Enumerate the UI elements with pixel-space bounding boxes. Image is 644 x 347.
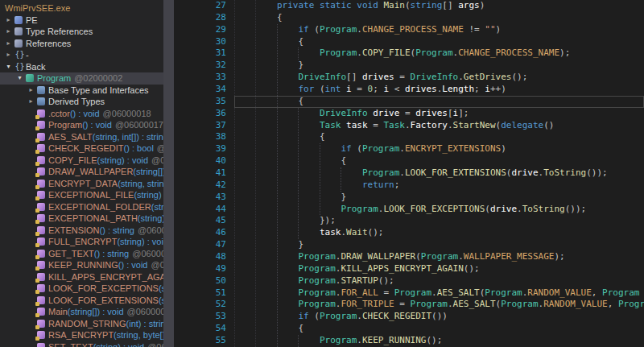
code-line-42[interactable]: 42 return; — [174, 180, 644, 192]
line-number[interactable]: 29 — [174, 24, 234, 36]
code-line-45[interactable]: 45 }); — [174, 215, 644, 227]
line-number[interactable]: 54 — [174, 323, 234, 335]
code-line-29[interactable]: 29 if (Program.CHANGE_PROCESS_NAME != ""… — [174, 24, 644, 36]
tree-item-method-cctor[interactable]: .cctor() : void@06000018 — [0, 108, 163, 120]
tree-item-method-exceptional-path[interactable]: EXCEPTIONAL_PATH(string) : bool@ — [0, 213, 163, 225]
tree-item-derived-types[interactable]: ▸Derived Types — [0, 96, 163, 108]
code-line-38[interactable]: 38 { — [174, 131, 644, 143]
code-line-33[interactable]: 33 DriveInfo[] drives = DriveInfo.GetDri… — [174, 72, 644, 84]
tree-item-method-draw-wallpaper[interactable]: DRAW_WALLPAPER(string[]) : void@06 — [0, 166, 163, 178]
tree-item-references[interactable]: ▸References — [0, 38, 163, 50]
line-number[interactable]: 28 — [174, 12, 234, 24]
tree-item-namespace-back[interactable]: ▾{}Back — [0, 61, 163, 73]
line-number[interactable]: 38 — [174, 131, 234, 143]
code-text: { — [234, 323, 303, 335]
code-line-50[interactable]: 50 Program.STARTUP(); — [174, 275, 644, 287]
line-number[interactable]: 42 — [174, 180, 234, 192]
code-line-49[interactable]: 49 Program.KILL_APPS_ENCRYPT_AGAIN(); — [174, 263, 644, 275]
code-line-39[interactable]: 39 if (Program.ENCRYPT_EXTENSIONS) — [174, 143, 644, 155]
line-number[interactable]: 33 — [174, 72, 234, 84]
line-number[interactable]: 31 — [174, 48, 234, 60]
line-number[interactable]: 41 — [174, 167, 234, 180]
line-number[interactable]: 36 — [174, 108, 234, 120]
code-line-27[interactable]: 27 private static void Main(string[] arg… — [174, 0, 644, 12]
tree-item-class-program[interactable]: ▾Program@02000002 — [0, 72, 163, 85]
code-line-30[interactable]: 30 { — [174, 36, 644, 48]
line-number[interactable]: 52 — [174, 299, 234, 311]
code-line-47[interactable]: 47 } — [174, 239, 644, 251]
tree-item-method-rsa-encrypt[interactable]: RSA_ENCRYPT(string, byte[]) : byte[] — [0, 329, 163, 341]
tree-item-method-random-string[interactable]: RANDOM_STRING(int) : string@060 — [0, 318, 163, 330]
expander-icon[interactable]: ▸ — [26, 96, 36, 108]
code-line-44[interactable]: 44 Program.LOOK_FOR_EXCEPTIONS(drive.ToS… — [174, 204, 644, 216]
code-line-48[interactable]: 48 Program.DRAW_WALLPAPER(Program.WALLPA… — [174, 251, 644, 263]
tree-item-method-extension[interactable]: EXTENSION() : string@06000005 — [0, 225, 163, 237]
panel-splitter[interactable] — [163, 0, 174, 347]
tree-item-pe[interactable]: ▸PE — [0, 14, 163, 27]
tree-item-method-ctor-program[interactable]: Program() : void@06000017 — [0, 119, 163, 131]
line-number[interactable]: 45 — [174, 215, 234, 227]
tree-item-assembly-wmiprvsee[interactable]: WmiPrvSEE.exe — [0, 2, 163, 14]
code-line-51[interactable]: 51 Program.FOR_ALL = Program.AES_SALT(Pr… — [174, 287, 644, 299]
code-line-52[interactable]: 52 Program.FOR_TRIPLE = Program.AES_SALT… — [174, 299, 644, 311]
tree-item-method-kill-apps-encrypt-again[interactable]: KILL_APPS_ENCRYPT_AGAIN() : void — [0, 271, 163, 283]
tree-item-method-full-encrypt[interactable]: FULL_ENCRYPT(string) : void@0600 — [0, 236, 163, 248]
code-line-37[interactable]: 37 Task task = Task.Factory.StartNew(del… — [174, 120, 644, 132]
expander-icon[interactable]: ▾ — [3, 61, 14, 73]
line-number[interactable]: 46 — [174, 227, 234, 239]
tree-item-method-aes-salt[interactable]: AES_SALT(string, int[]) : string@0600 — [0, 131, 163, 143]
code-line-36[interactable]: 36 DriveInfo drive = drives[i]; — [174, 108, 644, 120]
tree-item-method-get-text[interactable]: GET_TEXT() : string@06000013 — [0, 248, 163, 260]
expander-icon[interactable]: ▸ — [3, 14, 14, 27]
line-number[interactable]: 30 — [174, 36, 234, 48]
line-number[interactable]: 34 — [174, 84, 234, 96]
code-line-55[interactable]: 55 Program.KEEP_RUNNING(); — [174, 335, 644, 347]
line-number[interactable]: 47 — [174, 239, 234, 251]
line-number[interactable]: 27 — [174, 0, 234, 12]
line-number[interactable]: 50 — [174, 275, 234, 287]
line-number[interactable]: 35 — [174, 96, 234, 108]
expander-icon[interactable]: ▸ — [3, 49, 14, 61]
expander-icon[interactable]: ▸ — [26, 85, 36, 97]
tree-item-method-copy-file[interactable]: COPY_FILE(string) : void@06000011 — [0, 155, 163, 167]
tree-item-namespace-empty[interactable]: ▸{}- — [0, 49, 163, 61]
tree-item-method-encrypt-data[interactable]: ENCRYPT_DATA(string, string, byte[]) — [0, 178, 163, 190]
tree-item-method-check-regedit[interactable]: CHECK_REGEDIT() : bool@0600001 — [0, 143, 163, 155]
code-line-35[interactable]: 35 { — [174, 96, 644, 108]
code-line-46[interactable]: 46 task.Wait(); — [174, 227, 644, 239]
expander-icon[interactable]: ▸ — [3, 38, 14, 50]
code-line-28[interactable]: 28 { — [174, 12, 644, 24]
code-line-34[interactable]: 34 for (int i = 0; i < drives.Length; i+… — [174, 84, 644, 96]
tree-item-method-look-for-exceptions[interactable]: LOOK_FOR_EXCEPTIONS(string) : void — [0, 283, 163, 295]
line-number[interactable]: 55 — [174, 335, 234, 347]
expander-icon[interactable]: ▸ — [3, 26, 14, 38]
tree-item-type-references[interactable]: ▸Type References — [0, 26, 163, 38]
tree-item-signature: (string) : void — [97, 155, 149, 165]
code-line-41[interactable]: 41 Program.LOOK_FOR_EXTENSIONS(drive.ToS… — [174, 167, 644, 180]
line-number[interactable]: 39 — [174, 143, 234, 155]
code-line-43[interactable]: 43 } — [174, 192, 644, 204]
line-number[interactable]: 44 — [174, 204, 234, 216]
expander-icon[interactable]: ▾ — [14, 72, 25, 85]
line-number[interactable]: 43 — [174, 192, 234, 204]
tree-item-method-keep-running[interactable]: KEEP_RUNNING() : void@06000016 — [0, 259, 163, 271]
tree-item-method-exceptional-file[interactable]: EXCEPTIONAL_FILE(string) : bool@0 — [0, 189, 163, 201]
tree-item-method-look-for-extensions[interactable]: LOOK_FOR_EXTENSIONS(string) : void — [0, 295, 163, 307]
line-number[interactable]: 51 — [174, 287, 234, 299]
code-line-40[interactable]: 40 { — [174, 155, 644, 167]
line-number[interactable]: 40 — [174, 155, 234, 167]
line-number[interactable]: 53 — [174, 311, 234, 323]
code-line-53[interactable]: 53 if (Program.CHECK_REGEDIT()) — [174, 311, 644, 323]
line-number[interactable]: 48 — [174, 251, 234, 263]
tree-item-signature: (string[]) : void — [133, 167, 163, 176]
code-line-54[interactable]: 54 { — [174, 323, 644, 335]
tree-item-method-exceptional-folder[interactable]: EXCEPTIONAL_FOLDER(string) : bool — [0, 201, 163, 213]
tree-item-base-type-and-interfaces[interactable]: ▸Base Type and Interfaces — [0, 85, 163, 97]
line-number[interactable]: 32 — [174, 60, 234, 72]
code-line-31[interactable]: 31 Program.COPY_FILE(Program.CHANGE_PROC… — [174, 48, 644, 60]
code-line-32[interactable]: 32 } — [174, 60, 644, 72]
line-number[interactable]: 37 — [174, 120, 234, 132]
tree-item-method-set-text[interactable]: SET_TEXT(string) : void@0600001 — [0, 341, 163, 347]
tree-item-method-main[interactable]: Main(string[]) : void@06000002 — [0, 306, 163, 318]
line-number[interactable]: 49 — [174, 263, 234, 275]
